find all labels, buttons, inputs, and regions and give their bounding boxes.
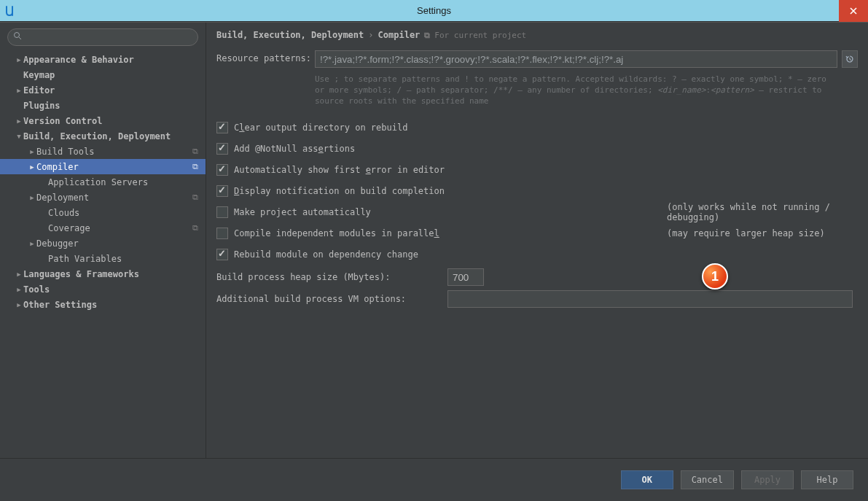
checkbox-compile-independent-modules-in-parallel[interactable] — [216, 228, 228, 239]
vm-options-input[interactable] — [447, 290, 853, 308]
check-row: Add @NotNull assertions — [216, 138, 858, 159]
tree-item-label: Compiler — [36, 162, 79, 172]
checkbox-label: Compile independent modules in parallel — [234, 228, 439, 238]
checkbox-automatically-show-first-error-in-editor[interactable] — [216, 164, 228, 176]
tree-item-label: Version Control — [23, 116, 102, 126]
tree-item-label: Build, Execution, Deployment — [23, 131, 171, 141]
check-row: Compile independent modules in parallel(… — [216, 222, 858, 244]
tree-item-label: Appearance & Behavior — [23, 55, 134, 65]
checkbox-add-notnull-assertions[interactable] — [216, 143, 228, 155]
scope-icon: ⧉ — [424, 31, 430, 40]
checkbox-label: Clear output directory on rebuild — [234, 123, 407, 133]
breadcrumb: Build, Execution, Deployment › Compiler … — [216, 30, 858, 40]
tree-item-other-settings[interactable]: Other Settings — [0, 297, 206, 312]
tree-item-label: Build Tools — [36, 147, 94, 157]
checkbox-label: Make project automatically — [234, 207, 371, 217]
tree-item-label: Tools — [23, 284, 50, 295]
tree-item-deployment[interactable]: Deployment⧉ — [0, 190, 206, 205]
checkbox-clear-output-directory-on-rebuild[interactable] — [216, 122, 228, 133]
tree-item-path-variables[interactable]: Path Variables — [0, 251, 206, 266]
check-row: Display notification on build completion — [216, 180, 858, 201]
tree-item-label: Deployment — [36, 193, 89, 203]
tree-item-clouds[interactable]: Clouds — [0, 205, 206, 220]
tree-item-label: Keymap — [23, 70, 55, 80]
tree-arrow-icon[interactable] — [28, 148, 36, 155]
close-button[interactable] — [839, 0, 868, 22]
project-scope-icon: ⧉ — [192, 223, 198, 233]
tree-arrow-icon[interactable] — [28, 194, 36, 201]
apply-button[interactable]: Apply — [741, 470, 794, 489]
svg-line-1 — [19, 37, 21, 39]
breadcrumb-scope: For current project — [434, 31, 526, 40]
tree-item-coverage[interactable]: Coverage⧉ — [0, 220, 206, 236]
vm-options-label: Additional build process VM options: — [216, 294, 447, 304]
tree-item-application-servers[interactable]: Application Servers — [0, 174, 206, 190]
search-icon — [13, 31, 22, 42]
svg-point-0 — [15, 33, 20, 38]
tree-item-build-tools[interactable]: Build Tools⧉ — [0, 144, 206, 159]
checkbox-rebuild-module-on-dependency-change[interactable] — [216, 249, 228, 260]
tree-arrow-icon[interactable] — [15, 301, 23, 308]
breadcrumb-parent: Build, Execution, Deployment — [216, 30, 364, 40]
settings-panel: Build, Execution, Deployment › Compiler … — [206, 23, 868, 458]
tree-item-debugger[interactable]: Debugger — [0, 236, 206, 251]
ok-button[interactable]: OK — [621, 470, 673, 489]
checkbox-display-notification-on-build-completion[interactable] — [216, 185, 228, 197]
tree-item-label: Editor — [23, 85, 55, 96]
heap-size-input[interactable] — [447, 268, 484, 286]
check-row: Rebuild module on dependency change — [216, 244, 858, 265]
tree-arrow-icon[interactable] — [15, 87, 23, 94]
settings-sidebar: Appearance & BehaviorKeymapEditorPlugins… — [0, 23, 206, 458]
tree-arrow-icon[interactable] — [15, 271, 23, 278]
titlebar: Settings — [0, 0, 868, 22]
tree-item-appearance-behavior[interactable]: Appearance & Behavior — [0, 52, 206, 67]
tree-item-label: Application Servers — [48, 177, 148, 187]
checkbox-label: Display notification on build completion — [234, 186, 445, 196]
tree-item-plugins[interactable]: Plugins — [0, 98, 206, 113]
checkbox-note: (may require larger heap size) — [667, 228, 825, 238]
tree-item-compiler[interactable]: Compiler⧉ — [0, 159, 206, 174]
project-scope-icon: ⧉ — [192, 193, 198, 202]
resource-patterns-label: Resource patterns: — [216, 50, 315, 63]
tree-item-label: Coverage — [48, 223, 90, 233]
tree-item-editor[interactable]: Editor — [0, 82, 206, 98]
checkbox-note: (only works while not running / debuggin… — [667, 202, 868, 222]
dialog-footer: OK Cancel Apply Help — [0, 458, 868, 500]
tree-item-label: Path Variables — [48, 254, 122, 264]
check-row: Make project automatically(only works wh… — [216, 201, 858, 222]
checkbox-label: Add @NotNull assertions — [234, 144, 355, 154]
resource-patterns-history-button[interactable] — [842, 50, 858, 68]
tree-item-version-control[interactable]: Version Control — [0, 113, 206, 128]
tree-arrow-icon[interactable] — [15, 286, 23, 293]
tree-arrow-icon[interactable] — [28, 163, 36, 171]
project-scope-icon: ⧉ — [192, 162, 198, 171]
checkbox-label: Rebuild module on dependency change — [234, 249, 418, 260]
check-row: Clear output directory on rebuild — [216, 117, 858, 138]
tree-item-label: Languages & Frameworks — [23, 269, 139, 279]
settings-tree: Appearance & BehaviorKeymapEditorPlugins… — [0, 50, 206, 312]
tree-arrow-icon[interactable] — [15, 56, 23, 63]
tree-arrow-icon[interactable] — [15, 117, 23, 125]
tree-item-build-execution-deployment[interactable]: Build, Execution, Deployment — [0, 128, 206, 144]
settings-search-input[interactable] — [7, 28, 198, 46]
window-title: Settings — [0, 5, 868, 16]
cancel-button[interactable]: Cancel — [681, 470, 734, 489]
tree-arrow-icon[interactable] — [15, 133, 23, 140]
heap-size-label: Build process heap size (Mbytes): — [216, 272, 447, 282]
resource-patterns-hint: Use ; to separate patterns and ! to nega… — [315, 74, 840, 106]
tree-item-label: Plugins — [23, 101, 60, 111]
help-button[interactable]: Help — [801, 470, 853, 489]
svg-line-3 — [850, 60, 851, 61]
tree-item-tools[interactable]: Tools — [0, 281, 206, 297]
resource-patterns-input[interactable] — [315, 50, 837, 68]
tree-arrow-icon[interactable] — [28, 240, 36, 247]
tree-item-label: Other Settings — [23, 300, 97, 310]
checkbox-label: Automatically show first error in editor — [234, 165, 445, 175]
tree-item-keymap[interactable]: Keymap — [0, 67, 206, 82]
breadcrumb-sep: › — [368, 30, 373, 40]
check-row: Automatically show first error in editor — [216, 159, 858, 180]
checkbox-make-project-automatically[interactable] — [216, 206, 228, 218]
tree-item-label: Clouds — [48, 208, 79, 218]
tree-item-languages-frameworks[interactable]: Languages & Frameworks — [0, 266, 206, 281]
callout-badge: 1 — [702, 263, 728, 290]
